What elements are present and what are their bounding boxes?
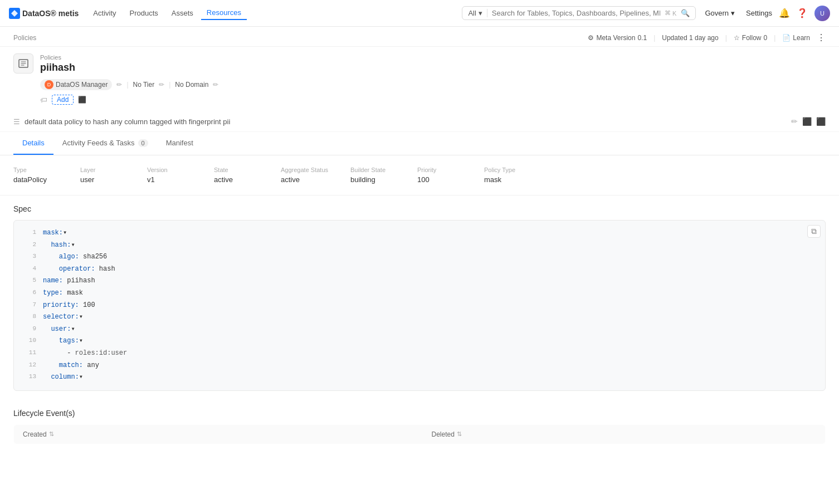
nav-link-products[interactable]: Products <box>124 7 164 19</box>
add-tag-button[interactable]: Add <box>52 95 74 105</box>
line-number: 5 <box>21 275 36 287</box>
code-line: 12 match: any <box>14 360 825 372</box>
detail-label: Builder State <box>350 167 395 173</box>
tab-details[interactable]: Details <box>13 132 53 155</box>
line-content: name: piihash <box>43 275 818 287</box>
detail-value: v1 <box>147 175 192 184</box>
sort-created-icon[interactable]: ⇅ <box>49 430 54 438</box>
chevron-down-icon: ▾ <box>479 9 482 17</box>
detail-value: active <box>281 175 328 184</box>
edit-domain-icon[interactable]: ✏ <box>213 81 218 89</box>
govern-button[interactable]: Govern ▾ <box>700 7 739 19</box>
edit-description-icon[interactable]: ✏ <box>791 117 798 126</box>
detail-value: active <box>214 175 258 184</box>
version-value: 0.1 <box>637 34 647 42</box>
code-line: 3 algo: sha256 <box>14 251 825 263</box>
code-line: 1 mask:▾ <box>14 227 825 239</box>
sort-deleted-icon[interactable]: ⇅ <box>457 430 462 438</box>
follow-button[interactable]: ☆ Follow 0 <box>734 34 767 42</box>
detail-label: State <box>214 167 258 173</box>
line-content: selector:▾ <box>43 311 818 324</box>
line-number: 3 <box>21 251 36 263</box>
line-content: - roles:id:user <box>43 348 818 360</box>
resource-meta: D DataOS Manager ✏ | No Tier ✏ | No Doma… <box>13 79 826 90</box>
line-content: hash:▾ <box>43 239 818 252</box>
detail-field-aggregate-status: Aggregate Status active <box>281 167 328 184</box>
search-shortcut: ⌘ K <box>665 9 676 17</box>
code-line: 4 operator: hash <box>14 263 825 276</box>
line-number: 8 <box>21 311 36 324</box>
detail-field-builder-state: Builder State building <box>350 167 395 184</box>
help-icon[interactable]: ❓ <box>797 8 808 18</box>
code-line: 11 - roles:id:user <box>14 348 825 360</box>
resource-type-label: Policies <box>40 54 75 61</box>
user-avatar[interactable]: U <box>814 6 830 21</box>
star-icon: ☆ <box>734 34 740 42</box>
code-line: 2 hash:▾ <box>14 239 825 252</box>
detail-value: dataPolicy <box>13 175 58 184</box>
more-options-button[interactable]: ⋮ <box>817 32 826 43</box>
tab-badge-activity: 0 <box>138 139 148 147</box>
resource-header: Policies piihash D DataOS Manager ✏ | No… <box>0 47 839 111</box>
settings-button[interactable]: Settings <box>746 9 772 17</box>
nav-link-resources[interactable]: Resources <box>201 6 247 20</box>
line-number: 10 <box>21 335 36 348</box>
search-type-dropdown[interactable]: All ▾ <box>468 9 487 17</box>
line-number: 7 <box>21 300 36 312</box>
copy-code-button[interactable]: ⧉ <box>807 225 821 238</box>
detail-field-layer: Layer user <box>80 167 125 184</box>
copy-description-icon[interactable]: ⬛ <box>802 117 812 126</box>
external-description-icon[interactable]: ⬛ <box>816 117 826 126</box>
description-bar: ☰ default data policy to hash any column… <box>0 111 839 132</box>
owner-name: DataOS Manager <box>56 81 108 89</box>
notifications-icon[interactable]: 🔔 <box>779 8 790 18</box>
external-link-icon[interactable]: ⬛ <box>78 96 86 104</box>
meta-right: ⚙ Meta Version 0.1 | Updated 1 day ago |… <box>588 32 826 43</box>
code-line: 13 column:▾ <box>14 371 825 384</box>
code-line: 5 name: piihash <box>14 275 825 287</box>
code-line: 6 type: mask <box>14 287 825 300</box>
description-text: ☰ default data policy to hash any column… <box>13 118 230 126</box>
nav-logo[interactable]: DataOS® metis <box>9 8 79 19</box>
nav-link-assets[interactable]: Assets <box>166 7 199 19</box>
line-content: algo: sha256 <box>43 251 818 263</box>
lifecycle-section: Lifecycle Event(s) Created ⇅ Deleted ⇅ <box>0 400 839 453</box>
tabs-bar: Details Activity Feeds & Tasks 0 Manifes… <box>0 132 839 155</box>
line-number: 1 <box>21 227 36 239</box>
learn-button[interactable]: 📄 Learn <box>782 34 810 42</box>
tab-manifest[interactable]: Manifest <box>157 132 202 155</box>
detail-value: user <box>80 175 125 184</box>
detail-label: Version <box>147 167 192 173</box>
search-icon[interactable]: 🔍 <box>681 9 690 17</box>
code-line: 10 tags:▾ <box>14 335 825 348</box>
meta-version: ⚙ Meta Version 0.1 <box>588 34 647 42</box>
details-grid: Type dataPolicy Layer user Version v1 St… <box>13 167 826 184</box>
nav-right: Govern ▾ Settings 🔔 ❓ U <box>700 6 830 21</box>
detail-label: Aggregate Status <box>281 167 328 173</box>
detail-field-policy-type: Policy Type mask <box>484 167 529 184</box>
follow-count: 0 <box>763 34 767 42</box>
nav-links: Activity Products Assets Resources <box>87 6 457 20</box>
resource-title-row: Policies piihash <box>13 53 826 74</box>
spec-section: Spec ⧉ 1 mask:▾ 2 hash:▾ 3 algo: sha256 … <box>0 195 839 400</box>
edit-tier-icon[interactable]: ✏ <box>159 81 164 89</box>
owner-icon: D <box>45 80 53 89</box>
nav-link-activity[interactable]: Activity <box>87 7 121 19</box>
spec-title: Spec <box>13 204 826 213</box>
detail-field-type: Type dataPolicy <box>13 167 58 184</box>
code-block: ⧉ 1 mask:▾ 2 hash:▾ 3 algo: sha256 4 ope… <box>13 220 826 391</box>
line-content: match: any <box>43 360 818 372</box>
line-content: type: mask <box>43 287 818 300</box>
tag-icon: 🏷 <box>40 96 47 104</box>
detail-label: Policy Type <box>484 167 529 173</box>
description-actions: ✏ ⬛ ⬛ <box>791 117 826 126</box>
edit-owner-icon[interactable]: ✏ <box>116 81 122 89</box>
line-content: column:▾ <box>43 371 818 384</box>
owner-badge: D DataOS Manager <box>40 79 112 90</box>
line-content: priority: 100 <box>43 300 818 312</box>
code-content: 1 mask:▾ 2 hash:▾ 3 algo: sha256 4 opera… <box>14 221 825 390</box>
line-number: 6 <box>21 287 36 300</box>
version-icon: ⚙ <box>588 34 594 42</box>
tab-activity-feeds-tasks[interactable]: Activity Feeds & Tasks 0 <box>53 132 157 155</box>
search-input[interactable] <box>492 9 660 17</box>
